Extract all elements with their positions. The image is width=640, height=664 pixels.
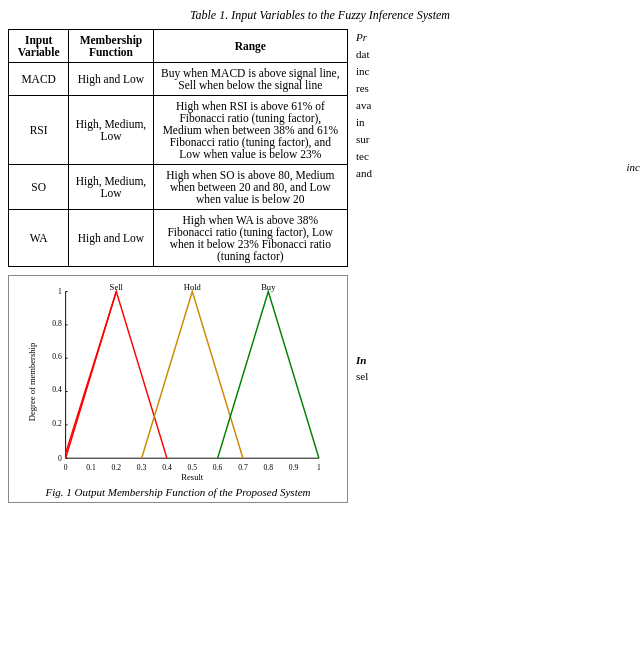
range-macd: Buy when MACD is above signal line, Sell… [153, 63, 347, 96]
col-header-variable: Input Variable [9, 30, 69, 63]
svg-text:0.4: 0.4 [52, 385, 62, 394]
membership-macd: High and Low [69, 63, 153, 96]
membership-so: High, Medium, Low [69, 165, 153, 210]
range-wa: High when WA is above 38% Fibonacci rati… [153, 210, 347, 267]
variable-macd: MACD [9, 63, 69, 96]
svg-text:Buy: Buy [261, 282, 276, 292]
svg-text:0.6: 0.6 [213, 463, 223, 472]
table-section: Table 1. Input Variables to the Fuzzy In… [0, 8, 640, 503]
range-rsi: High when RSI is above 61% of Fibonacci … [153, 96, 347, 165]
corner-text: inc [627, 161, 640, 173]
svg-text:0: 0 [58, 454, 62, 463]
svg-text:0.7: 0.7 [238, 463, 248, 472]
table-row: WA High and Low High when WA is above 38… [9, 210, 348, 267]
svg-text:0: 0 [64, 463, 68, 472]
page-container: Table 1. Input Variables to the Fuzzy In… [0, 0, 640, 511]
chart-caption: Fig. 1 Output Membership Function of the… [13, 486, 343, 498]
left-column: Input Variable Membership Function Range… [8, 29, 348, 267]
svg-text:0.4: 0.4 [162, 463, 172, 472]
svg-text:0.2: 0.2 [52, 419, 62, 428]
svg-text:1: 1 [317, 463, 321, 472]
membership-rsi: High, Medium, Low [69, 96, 153, 165]
svg-text:0.9: 0.9 [289, 463, 299, 472]
svg-text:Degree of membership: Degree of membership [27, 343, 37, 421]
in-label: In [356, 354, 366, 366]
right-column: Pr dat inc res ava in sur tec and [348, 29, 638, 267]
svg-text:0.6: 0.6 [52, 352, 62, 361]
table-title: Table 1. Input Variables to the Fuzzy In… [190, 8, 450, 23]
chart-area: Degree of membership 0 0.2 0. [13, 282, 343, 482]
svg-text:Sell: Sell [110, 282, 124, 292]
variable-rsi: RSI [9, 96, 69, 165]
right-text-bottom: In sel [356, 275, 632, 385]
sel-text: sel [356, 370, 368, 382]
svg-text:0.8: 0.8 [52, 319, 62, 328]
membership-chart: Degree of membership 0 0.2 0. [13, 282, 343, 482]
table-row: MACD High and Low Buy when MACD is above… [9, 63, 348, 96]
input-table: Input Variable Membership Function Range… [8, 29, 348, 267]
chart-container: Degree of membership 0 0.2 0. [8, 275, 348, 503]
table-row: RSI High, Medium, Low High when RSI is a… [9, 96, 348, 165]
chart-section: Degree of membership 0 0.2 0. [8, 267, 632, 503]
right-text-bottom-col: In sel [356, 275, 632, 503]
col-header-range: Range [153, 30, 347, 63]
svg-text:0.3: 0.3 [137, 463, 147, 472]
col-header-membership: Membership Function [69, 30, 153, 63]
svg-text:Result: Result [181, 472, 204, 482]
right-top-text: Pr dat inc res ava in sur tec and [356, 29, 638, 182]
membership-wa: High and Low [69, 210, 153, 267]
variable-wa: WA [9, 210, 69, 267]
svg-text:0.8: 0.8 [264, 463, 274, 472]
svg-text:0.1: 0.1 [86, 463, 96, 472]
svg-text:Hold: Hold [184, 282, 202, 292]
svg-text:0.2: 0.2 [112, 463, 122, 472]
variable-so: SO [9, 165, 69, 210]
svg-text:0.5: 0.5 [188, 463, 198, 472]
range-so: High when SO is above 80, Medium when be… [153, 165, 347, 210]
main-layout: Input Variable Membership Function Range… [8, 29, 632, 267]
table-row: SO High, Medium, Low High when SO is abo… [9, 165, 348, 210]
svg-text:1: 1 [58, 287, 62, 296]
